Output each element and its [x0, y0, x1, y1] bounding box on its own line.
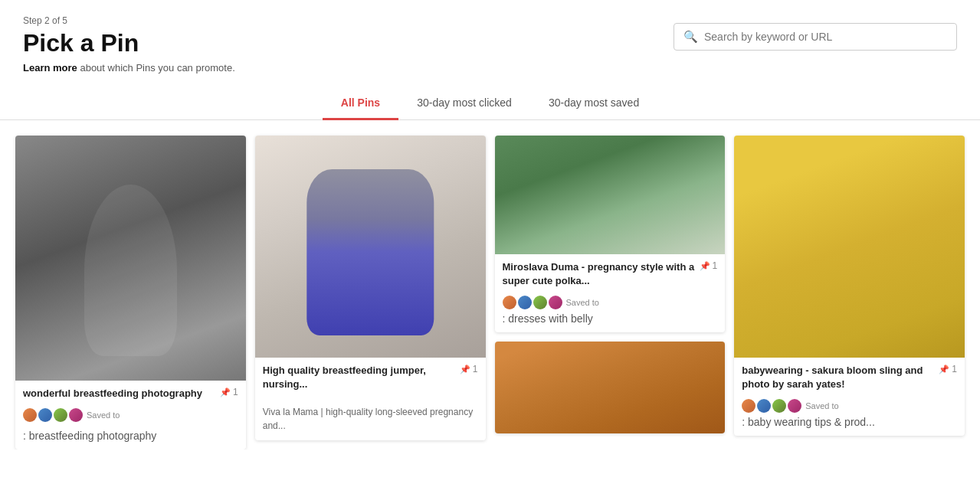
pin-count-2: 📌 1: [460, 364, 478, 374]
avatar-3d: [549, 296, 562, 309]
pin-card-1-header: wonderful breastfeeding photography 📌 1: [15, 381, 246, 408]
pin-board-1: : breastfeeding photography: [23, 430, 156, 442]
avatar-4c: [772, 399, 786, 413]
avatar-4b: [757, 399, 771, 413]
pin-avatars-4: [742, 399, 801, 413]
tab-all-pins[interactable]: All Pins: [323, 87, 398, 120]
pin-saved-3: Saved to: [566, 298, 599, 307]
pin-column-1: High quality breastfeeding jumper, nursi…: [255, 136, 486, 440]
pin-avatars-1: [23, 408, 83, 422]
avatar-3b: [518, 296, 532, 309]
pin-count-3: 📌 1: [700, 260, 718, 271]
tab-30-day-clicked[interactable]: 30-day most clicked: [398, 87, 530, 120]
pin-card-2[interactable]: High quality breastfeeding jumper, nursi…: [255, 136, 486, 440]
pin-image-2: [255, 136, 486, 358]
pin-image-1: [15, 136, 246, 381]
pin-card-5[interactable]: [495, 342, 726, 433]
pin-count-value-4: 1: [952, 364, 957, 374]
pin-title-3: Miroslava Duma - pregnancy style with a …: [503, 260, 700, 288]
pin-image-5: [495, 342, 726, 433]
pin-avatars-3: [503, 296, 562, 309]
pin-board-4: : baby wearing tips & prod...: [742, 416, 875, 428]
pin-card-3[interactable]: Miroslava Duma - pregnancy style with a …: [495, 136, 726, 332]
pin-image-wrap-2: [255, 136, 486, 358]
avatar-1b: [38, 408, 52, 422]
avatar-4d: [788, 399, 801, 413]
pin-count-value-2: 1: [473, 364, 478, 374]
tabs-bar: All Pins 30-day most clicked 30-day most…: [0, 87, 980, 120]
pin-info-2: Viva la Mama | high-quality long-sleeved…: [255, 399, 486, 440]
pin-image-wrap-3: [495, 136, 726, 254]
pin-column-3: babywearing - sakura bloom sling and pho…: [734, 136, 965, 436]
pin-image-3: [495, 136, 726, 254]
pin-title-1: wonderful breastfeeding photography: [23, 387, 202, 401]
pin-saved-4: Saved to: [805, 401, 838, 410]
pin-column-0: wonderful breastfeeding photography 📌 1 …: [15, 136, 246, 450]
avatar-1c: [54, 408, 67, 422]
pin-pin-icon-4: 📌: [939, 365, 949, 374]
pin-image-wrap-5: [495, 342, 726, 433]
pin-board-1-wrap: : breastfeeding photography: [15, 430, 246, 450]
pin-image-4: [734, 136, 965, 358]
pin-card-4-header: babywearing - sakura bloom sling and pho…: [734, 358, 965, 399]
pin-count-value-3: 1: [713, 260, 718, 271]
pin-pin-icon-2: 📌: [460, 365, 470, 374]
avatar-4a: [742, 399, 755, 413]
pin-title-4: babywearing - sakura bloom sling and pho…: [742, 364, 939, 391]
page-title: Pick a Pin: [23, 29, 235, 57]
pin-meta-1: Saved to: [15, 408, 246, 430]
pin-saved-1: Saved to: [87, 410, 120, 420]
page-header: Step 2 of 5 Pick a Pin Learn more about …: [0, 0, 980, 74]
pin-desc-2: Viva la Mama | high-quality long-sleeved…: [263, 407, 473, 431]
search-icon: 🔍: [683, 30, 698, 44]
pin-card-3-header: Miroslava Duma - pregnancy style with a …: [495, 254, 726, 296]
search-input[interactable]: [704, 31, 947, 43]
pin-card-2-header: High quality breastfeeding jumper, nursi…: [255, 358, 486, 399]
pin-count-4: 📌 1: [939, 364, 957, 374]
jumper-figure: [306, 169, 433, 336]
pin-card-4[interactable]: babywearing - sakura bloom sling and pho…: [734, 136, 965, 436]
pin-pin-icon-3: 📌: [700, 261, 710, 271]
pin-card-1[interactable]: wonderful breastfeeding photography 📌 1 …: [15, 136, 246, 450]
pin-count-value-1: 1: [233, 387, 238, 397]
pin-image-wrap-4: [734, 136, 965, 358]
learn-more-description: about which Pins you can promote.: [77, 62, 235, 74]
avatar-1d: [69, 408, 83, 422]
pin-image-wrap-1: [15, 136, 246, 381]
header-left: Step 2 of 5 Pick a Pin Learn more about …: [23, 15, 235, 74]
pin-meta-3: Saved to: [495, 296, 726, 312]
learn-more-line: Learn more about which Pins you can prom…: [23, 62, 235, 74]
pin-meta-4: Saved to: [734, 399, 965, 416]
pin-pin-icon-1: 📌: [220, 387, 231, 397]
pin-board-3: : dresses with belly: [503, 312, 593, 325]
pin-board-4-wrap: : baby wearing tips & prod...: [734, 416, 965, 436]
pin-title-2: High quality breastfeeding jumper, nursi…: [263, 364, 460, 391]
pin-board-3-wrap: : dresses with belly: [495, 312, 726, 332]
search-box[interactable]: 🔍: [674, 23, 957, 51]
tab-30-day-saved[interactable]: 30-day most saved: [530, 87, 657, 120]
pin-column-2: Miroslava Duma - pregnancy style with a …: [495, 136, 726, 433]
pins-grid: wonderful breastfeeding photography 📌 1 …: [0, 120, 980, 450]
avatar-3c: [533, 296, 547, 309]
learn-more-link[interactable]: Learn more: [23, 62, 77, 74]
pin-count-1: 📌 1: [220, 387, 238, 397]
avatar-1a: [23, 408, 37, 422]
avatar-3a: [503, 296, 516, 309]
step-label: Step 2 of 5: [23, 15, 235, 26]
